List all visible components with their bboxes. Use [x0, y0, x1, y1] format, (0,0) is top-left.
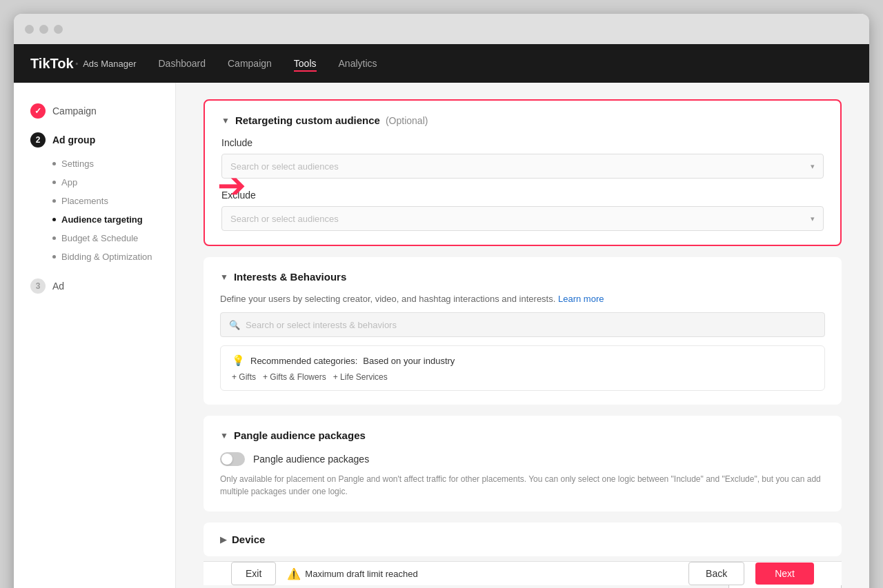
exit-button[interactable]: Exit: [231, 562, 276, 585]
sidebar-sub-settings[interactable]: Settings: [14, 154, 175, 173]
pangle-toggle[interactable]: [220, 452, 245, 466]
recommended-basis: Based on your industry: [363, 356, 455, 366]
step-campaign-num: ✓: [30, 103, 46, 119]
include-label: Include: [221, 137, 824, 148]
step-campaign-label: Campaign: [52, 105, 97, 116]
sidebar-sub-app[interactable]: App: [14, 173, 175, 192]
interests-chevron: ▼: [220, 272, 228, 282]
traffic-light-maximize[interactable]: [54, 25, 63, 34]
content-area: ➔ ▼ Retargeting custom audience (Optiona…: [176, 83, 869, 588]
step-adgroup-label: Ad group: [52, 134, 95, 145]
pangle-description: Only available for placement on Pangle a…: [220, 473, 825, 498]
traffic-light-minimize[interactable]: [39, 25, 48, 34]
ads-manager-label: Ads Manager: [83, 59, 136, 69]
main-layout: ✓ Campaign 2 Ad group Settings App Place…: [14, 83, 869, 588]
sidebar-item-adgroup[interactable]: 2 Ad group: [14, 125, 175, 154]
traffic-light-close[interactable]: [25, 25, 34, 34]
sub-budget-label: Budget & Schedule: [61, 233, 138, 243]
dot-audience: [52, 218, 56, 221]
exclude-placeholder: Search or select audiences: [230, 214, 339, 224]
interests-title: Interests & Behaviours: [234, 271, 346, 283]
nav-analytics[interactable]: Analytics: [339, 55, 377, 72]
logo: TikTok · Ads Manager: [30, 56, 137, 72]
tiktok-brand: TikTok: [30, 56, 74, 72]
warning-icon: ⚠️: [287, 567, 301, 580]
sidebar-item-campaign[interactable]: ✓ Campaign: [14, 97, 175, 125]
retargeting-title: Retargeting custom audience: [235, 114, 380, 126]
include-placeholder: Search or select audiences: [230, 161, 339, 172]
interests-search[interactable]: 🔍 Search or select interests & behaviors: [220, 312, 825, 337]
retargeting-section: ▼ Retargeting custom audience (Optional)…: [204, 99, 842, 246]
pangle-toggle-row: Pangle audience packages: [220, 452, 825, 466]
retargeting-chevron: ▼: [221, 116, 230, 125]
nav-tools[interactable]: Tools: [294, 55, 317, 72]
device-title: Device: [232, 534, 265, 545]
bulb-icon: 💡: [232, 354, 245, 367]
draft-warning-text: Maximum draft limit reached: [305, 569, 417, 579]
interests-description: Define your users by selecting creator, …: [220, 294, 825, 304]
sub-bidding-label: Bidding & Optimization: [61, 252, 152, 262]
sidebar-sub-audience[interactable]: Audience targeting: [14, 210, 175, 229]
next-button[interactable]: Next: [755, 562, 814, 585]
exclude-dropdown[interactable]: Search or select audiences ▾: [221, 206, 824, 231]
draft-warning: ⚠️ Maximum draft limit reached: [287, 567, 677, 580]
sub-placements-label: Placements: [61, 196, 108, 206]
sidebar-sub-budget[interactable]: Budget & Schedule: [14, 229, 175, 247]
dot-budget: [52, 236, 56, 240]
tag-row: + Gifts + Gifts & Flowers + Life Service…: [232, 372, 813, 382]
step-adgroup-num: 2: [30, 132, 46, 148]
sub-audience-label: Audience targeting: [61, 214, 143, 225]
pangle-header[interactable]: ▼ Pangle audience packages: [220, 429, 825, 441]
device-header[interactable]: ▶ Device: [220, 534, 825, 545]
pangle-section: ▼ Pangle audience packages Pangle audien…: [204, 416, 842, 511]
back-button[interactable]: Back: [688, 562, 744, 585]
nav-campaign[interactable]: Campaign: [228, 55, 272, 72]
retargeting-header[interactable]: ▼ Retargeting custom audience (Optional): [221, 114, 824, 126]
sub-settings-label: Settings: [61, 159, 94, 169]
step-ad-label: Ad: [52, 281, 64, 292]
include-dropdown[interactable]: Search or select audiences ▾: [221, 154, 824, 179]
sidebar-sub-bidding[interactable]: Bidding & Optimization: [14, 247, 175, 266]
device-chevron-icon: ▶: [220, 535, 226, 545]
title-bar: [14, 14, 869, 44]
recommended-header: 💡 Recommended categories: Based on your …: [232, 354, 813, 367]
include-chevron-icon: ▾: [811, 162, 815, 171]
device-section: ▶ Device: [204, 523, 842, 556]
pangle-toggle-label: Pangle audience packages: [253, 454, 369, 465]
dot-app: [52, 181, 56, 184]
logo-separator: ·: [75, 56, 79, 72]
interests-section: ▼ Interests & Behaviours Define your use…: [204, 257, 842, 405]
red-arrow-indicator: ➔: [217, 165, 246, 205]
app-window: TikTok · Ads Manager Dashboard Campaign …: [14, 14, 869, 588]
toggle-thumb: [221, 454, 232, 465]
search-icon: 🔍: [229, 320, 240, 330]
recommended-label: Recommended categories:: [250, 356, 357, 366]
pangle-title: Pangle audience packages: [234, 429, 366, 441]
tag-gifts[interactable]: + Gifts: [232, 372, 256, 382]
dot-placements: [52, 199, 56, 203]
tag-life-services[interactable]: + Life Services: [333, 372, 388, 382]
interests-header[interactable]: ▼ Interests & Behaviours: [220, 271, 825, 283]
retargeting-optional: (Optional): [386, 115, 428, 126]
dot-settings: [52, 162, 56, 165]
tag-gifts-flowers[interactable]: + Gifts & Flowers: [263, 372, 326, 382]
interests-search-placeholder: Search or select interests & behaviors: [246, 320, 397, 330]
sidebar-sub-placements[interactable]: Placements: [14, 192, 175, 210]
sidebar: ✓ Campaign 2 Ad group Settings App Place…: [14, 83, 176, 588]
step-ad-num: 3: [30, 278, 46, 294]
recommended-box: 💡 Recommended categories: Based on your …: [220, 345, 825, 391]
top-nav: TikTok · Ads Manager Dashboard Campaign …: [14, 44, 869, 83]
learn-more-link[interactable]: Learn more: [558, 294, 604, 304]
nav-dashboard[interactable]: Dashboard: [159, 55, 206, 72]
sub-app-label: App: [61, 177, 77, 187]
sidebar-item-ad[interactable]: 3 Ad: [14, 272, 175, 301]
exclude-label: Exclude: [221, 190, 824, 201]
bottom-bar: Exit ⚠️ Maximum draft limit reached Back…: [204, 561, 842, 585]
pangle-chevron: ▼: [220, 431, 228, 440]
dot-bidding: [52, 255, 56, 258]
exclude-chevron-icon: ▾: [811, 214, 815, 223]
